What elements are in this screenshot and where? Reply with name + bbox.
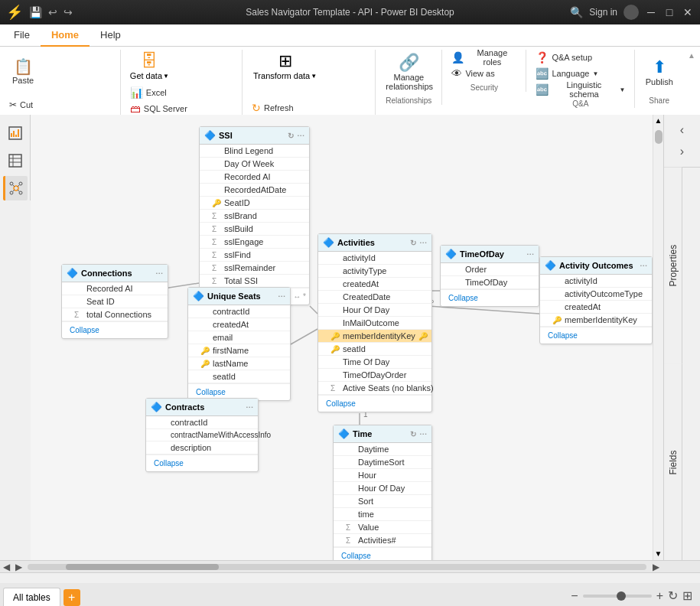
field-seat-id-ssi: 🔑SeatID bbox=[200, 197, 309, 210]
panel-left-arrow[interactable]: ‹ bbox=[673, 121, 692, 139]
h-scroll-right2-button[interactable]: ▶ bbox=[650, 562, 662, 572]
tab-home[interactable]: Home bbox=[41, 24, 90, 47]
title-bar: ⚡ 💾 ↩ ↪ Sales Navigator Template - API -… bbox=[0, 0, 700, 24]
table-connections[interactable]: 🔷 Connections ⋯ Recorded AI Seat ID Σtot… bbox=[61, 264, 168, 339]
canvas-area[interactable]: 1 1 1 1 ∞ ∞ 🔷 SSI ↻ ⋯ Blind Legend Day O… bbox=[31, 115, 700, 560]
svg-point-11 bbox=[19, 182, 22, 185]
redo-icon[interactable]: ↪ bbox=[63, 6, 73, 18]
collapse-contracts-button[interactable]: Collapse bbox=[149, 457, 188, 470]
table-contracts-more-icon[interactable]: ⋯ bbox=[246, 403, 253, 412]
field-member-identity-key: 🔑memberIdentityKey🔑 bbox=[318, 330, 431, 343]
table-activities[interactable]: 🔷 Activities ↻ ⋯ activityId activityType… bbox=[317, 233, 432, 412]
scroll-up-button[interactable]: ▲ bbox=[653, 115, 663, 127]
sign-in-button[interactable]: Sign in bbox=[589, 7, 617, 18]
excel-button[interactable]: 📊 Excel bbox=[127, 85, 190, 100]
tab-help[interactable]: Help bbox=[90, 24, 132, 47]
field-ssl-remainder: ΣsslRemainder bbox=[200, 262, 309, 275]
sidebar-item-report[interactable] bbox=[3, 121, 28, 145]
h-scroll-left-button[interactable]: ◀ bbox=[0, 562, 12, 572]
sql-button[interactable]: 🗃 SQL Server bbox=[127, 101, 190, 116]
table-contracts[interactable]: 🔷 Contracts ⋯ contractId contractNameWit… bbox=[145, 398, 259, 472]
table-time-more-icon[interactable]: ⋯ bbox=[419, 430, 427, 438]
refresh-button[interactable]: ↻ Refresh bbox=[249, 100, 297, 116]
table-unique-seats-more-icon[interactable]: ⋯ bbox=[278, 292, 285, 301]
field-order: Order bbox=[441, 263, 539, 276]
panel-right-arrow[interactable]: › bbox=[673, 142, 692, 161]
field-activity-outcome-type: activityOutcomeType bbox=[540, 288, 652, 301]
svg-line-16 bbox=[13, 190, 15, 191]
publish-button[interactable]: ⬆ Publish bbox=[641, 50, 678, 94]
panel-tab-fields[interactable]: Fields bbox=[664, 364, 682, 561]
table-connections-icon: 🔷 bbox=[67, 268, 78, 279]
zoom-thumb[interactable] bbox=[617, 591, 626, 601]
h-scroll-thumb[interactable] bbox=[66, 564, 219, 570]
zoom-minus-button[interactable]: − bbox=[571, 589, 578, 603]
field-recorded-ai-ssi: Recorded AI bbox=[200, 171, 309, 184]
scroll-down-button[interactable]: ▼ bbox=[653, 548, 663, 560]
scroll-thumb[interactable] bbox=[655, 130, 663, 144]
maximize-button[interactable]: □ bbox=[663, 6, 676, 18]
collapse-connections-button[interactable]: Collapse bbox=[65, 324, 104, 337]
table-time[interactable]: 🔷 Time ↻ ⋯ Daytime DaytimeSort Hour Hour… bbox=[333, 425, 432, 560]
table-ssi-refresh-icon[interactable]: ↻ bbox=[288, 132, 294, 140]
tab-all-tables[interactable]: All tables bbox=[3, 588, 60, 606]
table-timeofday[interactable]: 🔷 TimeOfDay ⋯ Order TimeOfDay Collapse bbox=[440, 245, 539, 307]
table-ssi[interactable]: 🔷 SSI ↻ ⋯ Blind Legend Day Of Week Recor… bbox=[199, 126, 310, 305]
fit-view-button[interactable]: ⊞ bbox=[682, 588, 692, 603]
svg-line-14 bbox=[13, 185, 15, 187]
field-active-seats: ΣActive Seats (no blanks) bbox=[318, 382, 431, 395]
vertical-scrollbar[interactable]: ▲ ▼ bbox=[653, 115, 663, 560]
collapse-ribbon-button[interactable]: ▲ bbox=[683, 50, 700, 61]
add-table-tab-button[interactable]: + bbox=[63, 589, 80, 606]
ribbon-group-relationships: 🔗 Manage relationships Relationships bbox=[376, 50, 442, 105]
field-created-date-act: CreatedDate bbox=[318, 291, 431, 304]
table-timeofday-more-icon[interactable]: ⋯ bbox=[526, 250, 534, 259]
refresh-view-button[interactable]: ↻ bbox=[668, 588, 678, 603]
zoom-controls: − + ↻ ⊞ bbox=[571, 588, 692, 603]
table-activities-more-icon[interactable]: ⋯ bbox=[419, 239, 427, 247]
manage-roles-button[interactable]: 👤 Manage roles bbox=[448, 50, 519, 65]
undo-icon[interactable]: ↩ bbox=[48, 6, 57, 18]
view-as-button[interactable]: 👁 View as bbox=[448, 66, 519, 81]
search-icon[interactable]: 🔍 bbox=[570, 6, 583, 18]
collapse-activities-button[interactable]: Collapse bbox=[321, 397, 360, 410]
minimize-button[interactable]: ─ bbox=[645, 6, 657, 18]
collapse-unique-seats-button[interactable]: Collapse bbox=[191, 386, 230, 399]
zoom-plus-button[interactable]: + bbox=[656, 589, 663, 603]
cut-button[interactable]: ✂ Cut bbox=[6, 97, 80, 112]
field-created-at-act: createdAt bbox=[318, 278, 431, 291]
paste-button[interactable]: 📋 Paste bbox=[6, 50, 40, 94]
table-time-refresh-icon[interactable]: ↻ bbox=[410, 430, 416, 438]
zoom-slider[interactable] bbox=[583, 595, 652, 598]
collapse-activity-outcomes-button[interactable]: Collapse bbox=[543, 329, 582, 342]
field-total-connections: Σtotal Connections bbox=[62, 308, 168, 321]
close-button[interactable]: ✕ bbox=[682, 6, 694, 18]
svg-rect-5 bbox=[9, 155, 21, 167]
linguistic-schema-button[interactable]: 🔤 Linguistic schema ▼ bbox=[532, 82, 628, 97]
panel-tab-properties[interactable]: Properties bbox=[664, 168, 682, 364]
collapse-timeofday-button[interactable]: Collapse bbox=[444, 292, 483, 305]
table-activities-header: 🔷 Activities ↻ ⋯ bbox=[318, 234, 431, 252]
save-icon[interactable]: 💾 bbox=[29, 6, 42, 18]
sql-icon: 🗃 bbox=[130, 103, 141, 115]
transform-data-button[interactable]: ⊞ Transform data ▼ bbox=[249, 50, 321, 82]
sidebar-item-model[interactable] bbox=[3, 176, 28, 200]
qa-setup-button[interactable]: ❓ Q&A setup bbox=[532, 50, 628, 65]
field-ssl-find: ΣsslFind bbox=[200, 249, 309, 262]
get-data-button[interactable]: 🗄 Get data ▼ bbox=[127, 50, 172, 82]
h-scroll-right-button[interactable]: ▶ bbox=[12, 562, 24, 572]
table-activity-outcomes-more-icon[interactable]: ⋯ bbox=[640, 262, 647, 270]
manage-relationships-button[interactable]: 🔗 Manage relationships bbox=[381, 50, 436, 94]
language-button[interactable]: 🔤 Language ▼ bbox=[532, 66, 628, 81]
field-hour-of-day-act: Hour Of Day bbox=[318, 304, 431, 317]
sidebar-item-table[interactable] bbox=[3, 148, 28, 173]
table-ssi-more-icon[interactable]: ⋯ bbox=[297, 132, 304, 140]
table-activities-refresh-icon[interactable]: ↻ bbox=[410, 239, 416, 247]
collapse-time-button[interactable]: Collapse bbox=[337, 549, 376, 560]
table-unique-seats[interactable]: 🔷 Unique Seats ⋯ contractId createdAt em… bbox=[187, 287, 291, 401]
svg-point-12 bbox=[10, 191, 13, 194]
table-activity-outcomes[interactable]: 🔷 Activity Outcomes ⋯ activityId activit… bbox=[539, 256, 653, 344]
field-value-t: ΣValue bbox=[334, 521, 431, 534]
table-connections-more-icon[interactable]: ⋯ bbox=[155, 269, 163, 278]
tab-file[interactable]: File bbox=[3, 24, 41, 47]
